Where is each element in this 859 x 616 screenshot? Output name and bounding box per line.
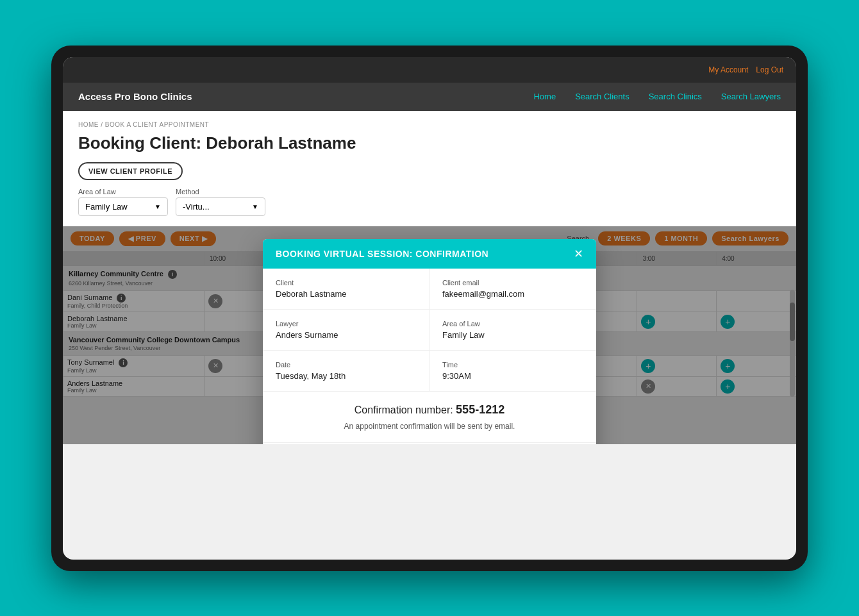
nav-search-clients[interactable]: Search Clients [575, 92, 630, 101]
filters-row: Area of Law Family Law ▼ Method -Virtu..… [78, 188, 781, 216]
nav-search-lawyers[interactable]: Search Lawyers [721, 92, 781, 101]
modal-body: Client Deborah Lastname Client email fak… [263, 269, 596, 442]
nav-bar: Access Pro Bono Clinics Home Search Clie… [63, 83, 796, 111]
time-value: 9:30AM [442, 371, 583, 381]
modal-close-button[interactable]: ✕ [574, 248, 583, 260]
area-filter-arrow: ▼ [154, 203, 161, 210]
my-account-link[interactable]: My Account [708, 65, 748, 74]
date-field: Date Tuesday, May 18th [263, 351, 430, 391]
view-client-button[interactable]: VIEW CLIENT PROFILE [78, 162, 183, 180]
lawyer-field: Lawyer Anders Surname [263, 310, 430, 350]
method-filter-select[interactable]: -Virtu... ▼ [176, 197, 265, 216]
lawyer-label: Lawyer [276, 320, 416, 328]
method-filter-label: Method [176, 188, 265, 196]
modal-footer: CANCEL CONFIRM SESSION [263, 442, 596, 444]
client-email-value: fakeemail@gmail.com [442, 289, 583, 299]
date-value: Tuesday, May 18th [276, 371, 416, 381]
breadcrumb: HOME / BOOK A CLIENT APPOINTMENT [78, 121, 781, 128]
confirmation-modal: BOOKING VIRTUAL SESSION: CONFIRMATION ✕ … [263, 239, 596, 444]
confirmation-number-display: Confirmation number: 555-1212 [276, 403, 583, 417]
modal-row-date: Date Tuesday, May 18th Time 9:30AM [263, 351, 596, 392]
area-filter-value: Family Law [85, 202, 129, 212]
client-value: Deborah Lastname [276, 289, 416, 299]
area-field: Area of Law Family Law [430, 310, 596, 350]
nav-search-clinics[interactable]: Search Clinics [649, 92, 702, 101]
calendar-area: TODAY ◀ PREV NEXT ▶ Search 2 WEEKS 1 MON… [63, 226, 796, 444]
area-filter-label: Area of Law [78, 188, 168, 196]
modal-header: BOOKING VIRTUAL SESSION: CONFIRMATION ✕ [263, 239, 596, 269]
client-email-field: Client email fakeemail@gmail.com [430, 269, 596, 309]
client-label: Client [276, 279, 416, 287]
modal-row-client: Client Deborah Lastname Client email fak… [263, 269, 596, 310]
area-value: Family Law [442, 330, 583, 340]
nav-brand: Access Pro Bono Clinics [78, 91, 192, 102]
modal-title: BOOKING VIRTUAL SESSION: CONFIRMATION [276, 249, 488, 259]
client-field: Client Deborah Lastname [263, 269, 430, 309]
date-label: Date [276, 361, 416, 369]
modal-overlay: BOOKING VIRTUAL SESSION: CONFIRMATION ✕ … [63, 226, 796, 444]
area-label: Area of Law [442, 320, 583, 328]
area-filter-select[interactable]: Family Law ▼ [78, 197, 168, 216]
lawyer-value: Anders Surname [276, 330, 416, 340]
time-label: Time [442, 361, 583, 369]
method-filter-value: -Virtu... [183, 202, 226, 212]
nav-home[interactable]: Home [533, 92, 556, 101]
confirmation-number-value: 555-1212 [456, 403, 505, 416]
modal-row-lawyer: Lawyer Anders Surname Area of Law Family… [263, 310, 596, 351]
log-out-link[interactable]: Log Out [756, 65, 783, 74]
client-email-label: Client email [442, 279, 583, 287]
confirmation-section: Confirmation number: 555-1212 An appoint… [263, 392, 596, 442]
top-bar: My Account Log Out [63, 57, 796, 83]
confirmation-note: An appointment confirmation will be sent… [276, 422, 583, 431]
page-title: Booking Client: Deborah Lastname [78, 133, 781, 153]
method-filter-arrow: ▼ [252, 203, 258, 210]
method-filter: Method -Virtu... ▼ [176, 188, 265, 216]
main-content: HOME / BOOK A CLIENT APPOINTMENT Booking… [63, 111, 796, 226]
area-filter: Area of Law Family Law ▼ [78, 188, 168, 216]
time-field: Time 9:30AM [430, 351, 596, 391]
